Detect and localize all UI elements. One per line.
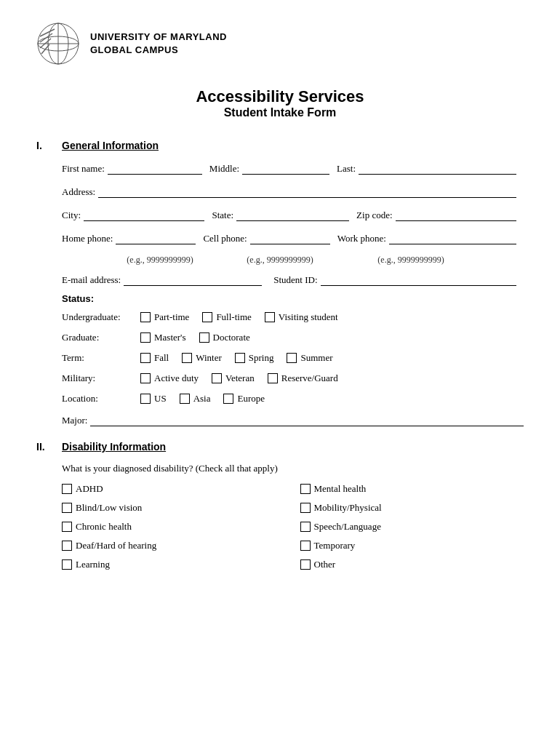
student-id-label: Student ID: <box>273 274 317 286</box>
cell-phone-label: Cell phone: <box>203 233 247 244</box>
disability-question: What is your diagnosed disability? (Chec… <box>62 463 524 474</box>
check-adhd[interactable]: ADHD <box>62 483 286 495</box>
graduate-row: Graduate: Master's Doctorate <box>62 332 524 343</box>
active-duty-label: Active duty <box>154 372 199 384</box>
check-learning[interactable]: Learning <box>62 559 286 570</box>
europe-label: Europe <box>237 393 265 405</box>
checkbox-spring[interactable] <box>235 353 245 363</box>
student-id-input[interactable] <box>321 273 516 286</box>
work-phone-hint: (e.g., 9999999999) <box>377 255 444 265</box>
checkbox-full-time[interactable] <box>202 312 212 322</box>
check-spring[interactable]: Spring <box>235 352 274 364</box>
zip-input[interactable] <box>396 208 516 221</box>
work-phone-input[interactable] <box>389 231 516 244</box>
summer-label: Summer <box>300 352 332 364</box>
check-speech[interactable]: Speech/Language <box>300 521 524 533</box>
checkbox-blind[interactable] <box>62 503 72 513</box>
state-input[interactable] <box>236 208 349 221</box>
check-europe[interactable]: Europe <box>223 393 265 405</box>
checkbox-adhd[interactable] <box>62 484 72 494</box>
check-full-time[interactable]: Full-time <box>202 311 251 323</box>
cell-phone-input[interactable] <box>250 231 330 244</box>
winter-label: Winter <box>196 352 222 364</box>
phone-hints: (e.g., 9999999999) (e.g., 9999999999) (e… <box>62 255 524 266</box>
checkbox-part-time[interactable] <box>140 312 151 322</box>
checkbox-other[interactable] <box>300 559 311 570</box>
check-reserve[interactable]: Reserve/Guard <box>268 372 338 384</box>
check-mobility[interactable]: Mobility/Physical <box>300 502 524 514</box>
check-doctorate[interactable]: Doctorate <box>199 332 250 343</box>
checkbox-active-duty[interactable] <box>140 373 151 383</box>
check-blind[interactable]: Blind/Low vision <box>62 502 286 514</box>
check-asia[interactable]: Asia <box>180 393 211 405</box>
check-temporary[interactable]: Temporary <box>300 540 524 551</box>
section-disability: II. Disability Information What is your … <box>36 441 524 570</box>
middle-name-input[interactable] <box>242 162 329 175</box>
checkbox-chronic[interactable] <box>62 522 72 532</box>
checkbox-speech[interactable] <box>300 522 311 532</box>
chronic-label: Chronic health <box>76 521 132 533</box>
check-fall[interactable]: Fall <box>140 352 169 364</box>
major-label: Major: <box>62 415 87 426</box>
address-input[interactable] <box>98 185 516 198</box>
city-input[interactable] <box>84 208 204 221</box>
phone-row: Home phone: Cell phone: Work phone: <box>62 231 524 244</box>
term-row: Term: Fall Winter Spring Summer <box>62 352 524 364</box>
blind-label: Blind/Low vision <box>76 502 142 514</box>
email-input[interactable] <box>124 273 262 286</box>
military-row: Military: Active duty Veteran Reserve/Gu… <box>62 372 524 384</box>
fall-label: Fall <box>154 352 169 364</box>
home-phone-input[interactable] <box>116 231 196 244</box>
checkbox-masters[interactable] <box>140 332 151 343</box>
checkbox-temporary[interactable] <box>300 541 311 551</box>
doctorate-label: Doctorate <box>213 332 250 343</box>
work-phone-label: Work phone: <box>337 233 386 244</box>
checkbox-mental-health[interactable] <box>300 484 311 494</box>
first-name-input[interactable] <box>108 162 202 175</box>
checkbox-asia[interactable] <box>180 394 190 404</box>
temporary-label: Temporary <box>314 540 356 551</box>
checkbox-reserve[interactable] <box>268 373 278 383</box>
email-label: E-mail address: <box>62 274 121 286</box>
address-label: Address: <box>62 186 95 198</box>
checkbox-europe[interactable] <box>223 394 233 404</box>
checkbox-doctorate[interactable] <box>199 332 209 343</box>
check-visiting[interactable]: Visiting student <box>265 311 338 323</box>
check-mental-health[interactable]: Mental health <box>300 483 524 495</box>
checkbox-veteran[interactable] <box>212 373 222 383</box>
checkbox-us[interactable] <box>140 394 151 404</box>
part-time-label: Part-time <box>154 311 189 323</box>
cell-phone-hint: (e.g., 9999999999) <box>247 255 313 265</box>
check-masters[interactable]: Master's <box>140 332 186 343</box>
section-title-general: General Information <box>62 140 159 151</box>
term-label: Term: <box>62 352 135 364</box>
last-name-input[interactable] <box>359 162 516 175</box>
mobility-label: Mobility/Physical <box>314 502 382 514</box>
check-deaf[interactable]: Deaf/Hard of hearing <box>62 540 286 551</box>
checkbox-mobility[interactable] <box>300 503 311 513</box>
check-active-duty[interactable]: Active duty <box>140 372 199 384</box>
first-name-label: First name: <box>62 163 105 175</box>
disability-options-grid: ADHD Mental health Blind/Low vision Mobi… <box>62 483 524 570</box>
city-label: City: <box>62 210 81 221</box>
check-summer[interactable]: Summer <box>287 352 332 364</box>
check-winter[interactable]: Winter <box>182 352 222 364</box>
check-chronic[interactable]: Chronic health <box>62 521 286 533</box>
svg-line-6 <box>40 33 52 42</box>
veteran-label: Veteran <box>225 372 255 384</box>
check-veteran[interactable]: Veteran <box>212 372 255 384</box>
check-us[interactable]: US <box>140 393 167 405</box>
status-heading: Status: <box>62 293 524 304</box>
checkbox-visiting[interactable] <box>265 312 275 322</box>
checkbox-summer[interactable] <box>287 353 297 363</box>
checkbox-winter[interactable] <box>182 353 192 363</box>
major-input[interactable] <box>90 413 524 426</box>
check-other[interactable]: Other <box>300 559 524 570</box>
checkbox-deaf[interactable] <box>62 541 72 551</box>
checkbox-learning[interactable] <box>62 559 72 570</box>
check-part-time[interactable]: Part-time <box>140 311 189 323</box>
section-number-2: II. <box>36 441 62 453</box>
major-row: Major: <box>62 413 524 426</box>
checkbox-fall[interactable] <box>140 353 151 363</box>
adhd-label: ADHD <box>76 483 103 495</box>
